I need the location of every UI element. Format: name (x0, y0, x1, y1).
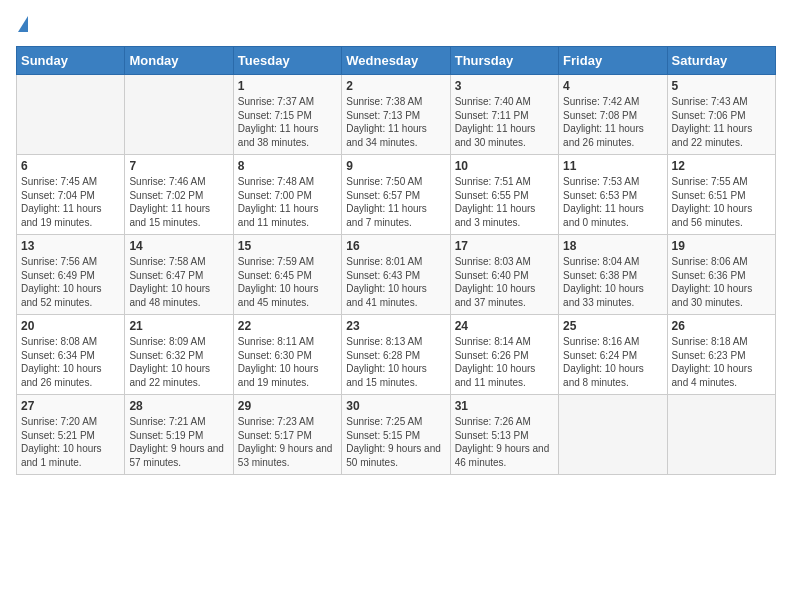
day-number: 17 (455, 239, 554, 253)
day-info: Sunrise: 7:48 AM Sunset: 7:00 PM Dayligh… (238, 175, 337, 229)
calendar-cell: 20Sunrise: 8:08 AM Sunset: 6:34 PM Dayli… (17, 315, 125, 395)
day-info: Sunrise: 8:13 AM Sunset: 6:28 PM Dayligh… (346, 335, 445, 389)
day-info: Sunrise: 7:38 AM Sunset: 7:13 PM Dayligh… (346, 95, 445, 149)
day-number: 5 (672, 79, 771, 93)
day-number: 1 (238, 79, 337, 93)
header-day-monday: Monday (125, 47, 233, 75)
day-info: Sunrise: 7:45 AM Sunset: 7:04 PM Dayligh… (21, 175, 120, 229)
calendar-cell: 4Sunrise: 7:42 AM Sunset: 7:08 PM Daylig… (559, 75, 667, 155)
calendar-cell: 5Sunrise: 7:43 AM Sunset: 7:06 PM Daylig… (667, 75, 775, 155)
day-number: 22 (238, 319, 337, 333)
calendar-cell: 30Sunrise: 7:25 AM Sunset: 5:15 PM Dayli… (342, 395, 450, 475)
week-row-3: 13Sunrise: 7:56 AM Sunset: 6:49 PM Dayli… (17, 235, 776, 315)
calendar-cell: 1Sunrise: 7:37 AM Sunset: 7:15 PM Daylig… (233, 75, 341, 155)
day-info: Sunrise: 8:18 AM Sunset: 6:23 PM Dayligh… (672, 335, 771, 389)
day-number: 12 (672, 159, 771, 173)
day-info: Sunrise: 7:40 AM Sunset: 7:11 PM Dayligh… (455, 95, 554, 149)
week-row-2: 6Sunrise: 7:45 AM Sunset: 7:04 PM Daylig… (17, 155, 776, 235)
calendar-cell: 7Sunrise: 7:46 AM Sunset: 7:02 PM Daylig… (125, 155, 233, 235)
calendar-cell: 10Sunrise: 7:51 AM Sunset: 6:55 PM Dayli… (450, 155, 558, 235)
day-info: Sunrise: 7:53 AM Sunset: 6:53 PM Dayligh… (563, 175, 662, 229)
day-info: Sunrise: 8:14 AM Sunset: 6:26 PM Dayligh… (455, 335, 554, 389)
day-number: 20 (21, 319, 120, 333)
day-number: 21 (129, 319, 228, 333)
day-info: Sunrise: 8:11 AM Sunset: 6:30 PM Dayligh… (238, 335, 337, 389)
calendar-cell: 11Sunrise: 7:53 AM Sunset: 6:53 PM Dayli… (559, 155, 667, 235)
calendar-cell: 3Sunrise: 7:40 AM Sunset: 7:11 PM Daylig… (450, 75, 558, 155)
day-info: Sunrise: 8:04 AM Sunset: 6:38 PM Dayligh… (563, 255, 662, 309)
day-info: Sunrise: 8:08 AM Sunset: 6:34 PM Dayligh… (21, 335, 120, 389)
day-number: 6 (21, 159, 120, 173)
header-day-thursday: Thursday (450, 47, 558, 75)
calendar-cell: 15Sunrise: 7:59 AM Sunset: 6:45 PM Dayli… (233, 235, 341, 315)
calendar-cell: 31Sunrise: 7:26 AM Sunset: 5:13 PM Dayli… (450, 395, 558, 475)
day-info: Sunrise: 7:51 AM Sunset: 6:55 PM Dayligh… (455, 175, 554, 229)
calendar-cell (559, 395, 667, 475)
header-day-tuesday: Tuesday (233, 47, 341, 75)
calendar-cell: 13Sunrise: 7:56 AM Sunset: 6:49 PM Dayli… (17, 235, 125, 315)
calendar-cell: 24Sunrise: 8:14 AM Sunset: 6:26 PM Dayli… (450, 315, 558, 395)
day-info: Sunrise: 7:46 AM Sunset: 7:02 PM Dayligh… (129, 175, 228, 229)
header-day-friday: Friday (559, 47, 667, 75)
day-info: Sunrise: 7:42 AM Sunset: 7:08 PM Dayligh… (563, 95, 662, 149)
day-number: 31 (455, 399, 554, 413)
logo (16, 16, 28, 34)
day-number: 18 (563, 239, 662, 253)
calendar-cell: 25Sunrise: 8:16 AM Sunset: 6:24 PM Dayli… (559, 315, 667, 395)
day-number: 8 (238, 159, 337, 173)
day-info: Sunrise: 7:25 AM Sunset: 5:15 PM Dayligh… (346, 415, 445, 469)
header-row: SundayMondayTuesdayWednesdayThursdayFrid… (17, 47, 776, 75)
calendar-cell: 28Sunrise: 7:21 AM Sunset: 5:19 PM Dayli… (125, 395, 233, 475)
calendar-body: 1Sunrise: 7:37 AM Sunset: 7:15 PM Daylig… (17, 75, 776, 475)
calendar-cell: 14Sunrise: 7:58 AM Sunset: 6:47 PM Dayli… (125, 235, 233, 315)
header-day-wednesday: Wednesday (342, 47, 450, 75)
day-info: Sunrise: 8:09 AM Sunset: 6:32 PM Dayligh… (129, 335, 228, 389)
week-row-5: 27Sunrise: 7:20 AM Sunset: 5:21 PM Dayli… (17, 395, 776, 475)
day-info: Sunrise: 7:37 AM Sunset: 7:15 PM Dayligh… (238, 95, 337, 149)
day-number: 10 (455, 159, 554, 173)
day-info: Sunrise: 8:01 AM Sunset: 6:43 PM Dayligh… (346, 255, 445, 309)
calendar-cell: 8Sunrise: 7:48 AM Sunset: 7:00 PM Daylig… (233, 155, 341, 235)
calendar-cell (125, 75, 233, 155)
day-info: Sunrise: 7:56 AM Sunset: 6:49 PM Dayligh… (21, 255, 120, 309)
calendar-table: SundayMondayTuesdayWednesdayThursdayFrid… (16, 46, 776, 475)
day-number: 4 (563, 79, 662, 93)
day-number: 3 (455, 79, 554, 93)
header-day-sunday: Sunday (17, 47, 125, 75)
day-number: 25 (563, 319, 662, 333)
day-info: Sunrise: 7:43 AM Sunset: 7:06 PM Dayligh… (672, 95, 771, 149)
calendar-cell: 21Sunrise: 8:09 AM Sunset: 6:32 PM Dayli… (125, 315, 233, 395)
calendar-cell: 19Sunrise: 8:06 AM Sunset: 6:36 PM Dayli… (667, 235, 775, 315)
day-number: 16 (346, 239, 445, 253)
day-info: Sunrise: 7:23 AM Sunset: 5:17 PM Dayligh… (238, 415, 337, 469)
week-row-1: 1Sunrise: 7:37 AM Sunset: 7:15 PM Daylig… (17, 75, 776, 155)
day-info: Sunrise: 7:50 AM Sunset: 6:57 PM Dayligh… (346, 175, 445, 229)
calendar-cell: 17Sunrise: 8:03 AM Sunset: 6:40 PM Dayli… (450, 235, 558, 315)
calendar-cell: 23Sunrise: 8:13 AM Sunset: 6:28 PM Dayli… (342, 315, 450, 395)
day-number: 27 (21, 399, 120, 413)
calendar-cell: 22Sunrise: 8:11 AM Sunset: 6:30 PM Dayli… (233, 315, 341, 395)
calendar-cell: 29Sunrise: 7:23 AM Sunset: 5:17 PM Dayli… (233, 395, 341, 475)
calendar-cell (667, 395, 775, 475)
calendar-cell: 16Sunrise: 8:01 AM Sunset: 6:43 PM Dayli… (342, 235, 450, 315)
week-row-4: 20Sunrise: 8:08 AM Sunset: 6:34 PM Dayli… (17, 315, 776, 395)
day-info: Sunrise: 7:20 AM Sunset: 5:21 PM Dayligh… (21, 415, 120, 469)
day-info: Sunrise: 8:03 AM Sunset: 6:40 PM Dayligh… (455, 255, 554, 309)
logo-triangle-icon (18, 16, 28, 32)
day-number: 9 (346, 159, 445, 173)
day-number: 24 (455, 319, 554, 333)
calendar-cell: 12Sunrise: 7:55 AM Sunset: 6:51 PM Dayli… (667, 155, 775, 235)
day-number: 26 (672, 319, 771, 333)
day-info: Sunrise: 7:59 AM Sunset: 6:45 PM Dayligh… (238, 255, 337, 309)
day-number: 11 (563, 159, 662, 173)
day-number: 28 (129, 399, 228, 413)
day-number: 13 (21, 239, 120, 253)
day-info: Sunrise: 7:58 AM Sunset: 6:47 PM Dayligh… (129, 255, 228, 309)
day-info: Sunrise: 8:16 AM Sunset: 6:24 PM Dayligh… (563, 335, 662, 389)
calendar-cell (17, 75, 125, 155)
day-info: Sunrise: 8:06 AM Sunset: 6:36 PM Dayligh… (672, 255, 771, 309)
day-info: Sunrise: 7:55 AM Sunset: 6:51 PM Dayligh… (672, 175, 771, 229)
header-day-saturday: Saturday (667, 47, 775, 75)
day-number: 29 (238, 399, 337, 413)
day-info: Sunrise: 7:26 AM Sunset: 5:13 PM Dayligh… (455, 415, 554, 469)
